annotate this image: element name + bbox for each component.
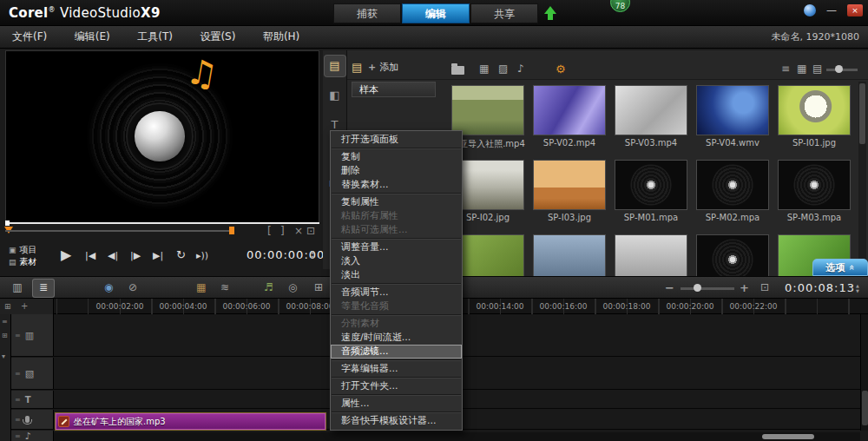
- add-track-icon[interactable]: ⊞: [2, 332, 8, 339]
- close-button[interactable]: ×: [847, 4, 863, 16]
- filter-photo-icon[interactable]: ▨: [498, 63, 508, 75]
- rail-media-button[interactable]: ▤: [325, 56, 345, 76]
- track-menu-icon[interactable]: ≡: [15, 370, 21, 378]
- detail-view-icon[interactable]: ▤: [812, 63, 822, 75]
- play-button[interactable]: ▶: [61, 247, 71, 263]
- step-down-icon[interactable]: ▼: [856, 289, 859, 293]
- timeline-zoom-knob[interactable]: [694, 284, 701, 292]
- menu-item-replace-clip[interactable]: 替换素材...: [331, 178, 462, 192]
- zoom-in-icon[interactable]: +: [740, 281, 749, 294]
- fit-project-icon[interactable]: ⊡: [760, 281, 769, 293]
- clip-mode-toggle[interactable]: ▤ 素材: [9, 256, 37, 268]
- music-track-header[interactable]: ≡ ♪: [11, 431, 54, 441]
- mark-in-button[interactable]: [: [267, 225, 272, 237]
- title-track-header[interactable]: ≡ T: [11, 391, 54, 408]
- menu-item-audio-filter[interactable]: 音频滤镜...: [331, 345, 462, 359]
- track-menu-icon[interactable]: ≡: [15, 396, 21, 404]
- preview-progress-bar[interactable]: [5, 222, 319, 224]
- horizontal-scrollbar-thumb[interactable]: [762, 434, 814, 439]
- voice-track-header[interactable]: ≡: [11, 410, 54, 429]
- filter-audio-icon[interactable]: ♪: [517, 63, 524, 75]
- sound-mixer-icon[interactable]: ≋: [220, 281, 229, 293]
- library-item-partial[interactable]: [529, 231, 610, 276]
- gallery-item-samples[interactable]: 样本: [352, 82, 436, 97]
- menu-help[interactable]: 帮助(H): [251, 26, 312, 48]
- menu-settings[interactable]: 设置(S): [187, 26, 247, 48]
- library-item[interactable]: SP-V04.wmv: [692, 82, 773, 156]
- split-clip-icon[interactable]: ⊘: [128, 281, 137, 293]
- track-plus-icon[interactable]: +: [21, 301, 28, 311]
- subtitle-editor-icon[interactable]: ⊞: [314, 281, 323, 293]
- menu-item-fade-out[interactable]: 淡出: [331, 268, 462, 282]
- trim-end-handle[interactable]: [229, 227, 234, 234]
- options-panel-button[interactable]: 选项 «: [812, 259, 868, 276]
- menu-item-open-options-panel[interactable]: 打开选项面板: [331, 133, 462, 147]
- library-item[interactable]: SP-M02.mpa: [692, 156, 773, 231]
- jump-start-button[interactable]: |◀: [85, 250, 95, 261]
- sort-gear-icon[interactable]: ⚙: [556, 63, 566, 76]
- timeline-horizontal-scrollbar[interactable]: [54, 432, 860, 441]
- project-mode-toggle[interactable]: ▣ 项目: [9, 244, 37, 256]
- add-folder-button[interactable]: +添加: [368, 61, 398, 74]
- track-menu-icon[interactable]: ≡: [15, 332, 21, 339]
- menu-item-adjust-volume[interactable]: 调整音量...: [331, 240, 462, 254]
- delete-clip-button[interactable]: ×: [294, 225, 303, 237]
- trim-bar[interactable]: [5, 230, 233, 232]
- library-item[interactable]: SP-V03.mp4: [610, 82, 692, 156]
- track-add-icon[interactable]: ⊞: [4, 302, 11, 311]
- library-scrollbar-thumb[interactable]: [859, 83, 865, 144]
- menu-item-paste-all-attributes[interactable]: 粘贴所有属性: [331, 209, 462, 223]
- volume-button[interactable]: ▸)): [196, 250, 208, 261]
- upgrade-arrow-icon[interactable]: [543, 6, 557, 22]
- library-item[interactable]: SP-V02.mp4: [529, 82, 610, 156]
- timeline-vertical-scrollbar[interactable]: [860, 314, 868, 431]
- menu-item-open-folder[interactable]: 打开文件夹...: [331, 379, 462, 393]
- record-capture-icon[interactable]: ◉: [104, 281, 113, 293]
- menu-item-delete[interactable]: 删除: [331, 164, 462, 178]
- library-item[interactable]: SP-I03.jpg: [529, 156, 610, 231]
- overlay-track-header[interactable]: ≡ ▧: [11, 358, 54, 389]
- timeline-view-button[interactable]: ≣: [33, 280, 54, 297]
- repeat-button[interactable]: ↻: [176, 248, 186, 261]
- vertical-scrollbar-thumb[interactable]: [862, 391, 868, 425]
- mark-out-button[interactable]: ]: [280, 225, 285, 237]
- library-scrollbar[interactable]: [858, 82, 866, 276]
- library-item-partial[interactable]: [610, 231, 692, 276]
- menu-item-paste-optional-attributes[interactable]: 粘贴可选属性...: [331, 223, 462, 237]
- rail-transition-button[interactable]: ◧: [325, 85, 345, 106]
- menu-item-copy[interactable]: 复制: [331, 150, 462, 164]
- next-frame-button[interactable]: |▶: [130, 250, 141, 261]
- collapse-tracks-icon[interactable]: ▾: [2, 352, 5, 360]
- menu-file[interactable]: 文件(F): [0, 26, 59, 48]
- track-menu-icon[interactable]: ≡: [15, 416, 21, 424]
- timeline-timecode-stepper[interactable]: ▲ ▼: [856, 284, 859, 293]
- track-manager-icon[interactable]: ≡: [2, 318, 8, 326]
- library-item[interactable]: SP-M03.mpa: [773, 156, 855, 231]
- menu-tools[interactable]: 工具(T): [125, 26, 185, 48]
- filter-video-icon[interactable]: ▦: [479, 63, 489, 75]
- menu-item-subtitle-editor[interactable]: 字幕编辑器...: [331, 362, 462, 376]
- thumbnail-zoom-knob[interactable]: [835, 65, 843, 73]
- timecode-stepper[interactable]: ▲ ▼: [311, 250, 314, 260]
- menu-item-fade-in[interactable]: 淡入: [331, 254, 462, 268]
- library-item[interactable]: SP-M01.mpa: [610, 156, 692, 231]
- menu-item-properties[interactable]: 属性...: [331, 397, 462, 411]
- zoom-out-icon[interactable]: −: [665, 281, 674, 294]
- storyboard-view-button[interactable]: ▥: [7, 280, 28, 297]
- jump-end-button[interactable]: ▶|: [153, 250, 163, 261]
- menu-item-copy-attributes[interactable]: 复制属性: [331, 195, 462, 209]
- menu-item-fastflick-designer[interactable]: 影音快手模板设计器...: [331, 414, 462, 428]
- import-folder-icon[interactable]: [451, 66, 464, 75]
- enlarge-preview-button[interactable]: ⊡: [306, 225, 315, 237]
- timeline-zoom-slider[interactable]: [681, 287, 734, 290]
- motion-tracking-icon[interactable]: ◎: [288, 281, 297, 293]
- menu-item-speed-timelapse[interactable]: 速度/时间流逝...: [331, 331, 462, 345]
- menu-edit[interactable]: 编辑(E): [62, 26, 122, 48]
- help-orb-icon[interactable]: [804, 4, 816, 16]
- step-down-icon[interactable]: ▼: [311, 255, 314, 260]
- tab-capture[interactable]: 捕获: [333, 3, 401, 23]
- preview-progress-handle[interactable]: [5, 220, 10, 226]
- menu-item-split-clip[interactable]: 分割素材: [331, 317, 462, 331]
- minimize-button[interactable]: —: [826, 5, 837, 16]
- capture-options-icon[interactable]: ▦: [196, 281, 206, 293]
